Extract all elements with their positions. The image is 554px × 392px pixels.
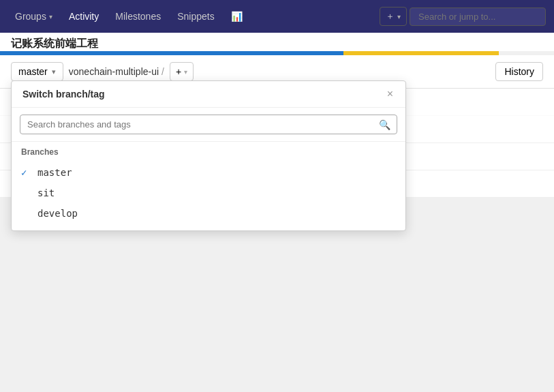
- groups-label: Groups: [15, 11, 46, 22]
- dropdown-header: Switch branch/tag ×: [12, 81, 405, 108]
- branch-item-master[interactable]: ✓ master: [12, 162, 405, 183]
- nav-activity[interactable]: Activity: [62, 7, 106, 26]
- branch-list: ✓ master sit develop: [12, 160, 405, 230]
- branch-name: master: [18, 66, 48, 77]
- branch-search-input[interactable]: [20, 115, 397, 134]
- chart-icon: 📊: [231, 11, 243, 22]
- breadcrumb-separator: /: [161, 66, 164, 77]
- branches-section-label: Branches: [12, 142, 405, 160]
- branch-selector[interactable]: master ▾: [11, 62, 63, 81]
- nav-add-button[interactable]: ＋ ▾: [380, 7, 407, 26]
- branch-name-sit: sit: [37, 187, 55, 198]
- branch-check-icon: ✓: [21, 167, 32, 178]
- breadcrumb-project[interactable]: vonechain-multiple-ui: [69, 66, 159, 77]
- add-label: +: [176, 66, 181, 77]
- groups-chevron-icon: ▾: [49, 13, 52, 20]
- plus-icon: ＋: [386, 10, 395, 22]
- page-title: 记账系统前端工程: [11, 37, 98, 49]
- branch-dropdown: Switch branch/tag × 🔍 Branches ✓ master …: [11, 80, 406, 231]
- nav-snippets[interactable]: Snippets: [170, 7, 221, 26]
- branch-search-container: 🔍: [12, 108, 405, 142]
- global-search-input[interactable]: [410, 7, 546, 26]
- progress-yellow: [343, 51, 499, 55]
- history-label: History: [504, 66, 534, 77]
- nav-milestones[interactable]: Milestones: [108, 7, 168, 26]
- activity-label: Activity: [69, 11, 99, 22]
- add-file-button[interactable]: + ▾: [170, 62, 194, 81]
- history-button[interactable]: History: [495, 62, 543, 81]
- page-header: 记账系统前端工程: [0, 33, 554, 51]
- add-file-chevron-icon: ▾: [184, 68, 187, 76]
- breadcrumb: vonechain-multiple-ui /: [69, 66, 164, 77]
- branch-chevron-icon: ▾: [52, 67, 56, 76]
- top-navigation: Groups ▾ Activity Milestones Snippets 📊 …: [0, 0, 554, 33]
- search-icon: 🔍: [379, 119, 390, 130]
- dropdown-title: Switch branch/tag: [22, 89, 105, 100]
- add-chevron-icon: ▾: [397, 13, 401, 20]
- progress-bar: [0, 51, 554, 55]
- branch-item-develop[interactable]: develop: [12, 203, 405, 224]
- nav-groups[interactable]: Groups ▾: [8, 7, 59, 26]
- close-icon: ×: [387, 88, 393, 100]
- branch-name-develop: develop: [37, 208, 78, 219]
- close-dropdown-button[interactable]: ×: [386, 88, 395, 100]
- nav-chart[interactable]: 📊: [224, 7, 249, 26]
- snippets-label: Snippets: [177, 11, 214, 22]
- milestones-label: Milestones: [115, 11, 161, 22]
- progress-blue: [0, 51, 343, 55]
- branch-item-sit[interactable]: sit: [12, 183, 405, 203]
- branch-name-master: master: [37, 167, 72, 178]
